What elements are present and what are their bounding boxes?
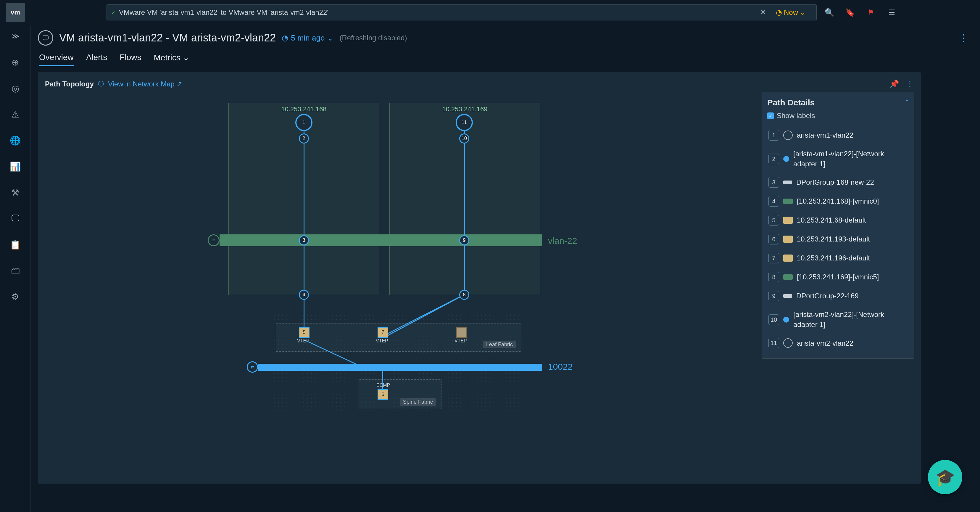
topo-node-3[interactable]: 3 [299,235,309,245]
view-link-label: View in Network Map [108,80,175,88]
vtep-label: VTEP [455,338,467,343]
path-detail-row[interactable]: 11arista-vm2-vlan22 [767,334,909,353]
monitor-icon[interactable]: 🖵 [8,211,22,226]
vm-path-icon: 🖵 [38,30,53,46]
path-detail-row[interactable]: 2[arista-vm1-vlan22]-[Network adapter 1] [767,145,909,173]
show-labels-checkbox[interactable]: ✓ Show labels [767,111,909,120]
node-num: 11 [461,120,467,125]
topo-node-6[interactable]: 6 [377,389,388,400]
chevron-down-icon: ⌄ [327,33,334,43]
node-num: 1 [303,120,305,125]
sidebar: ≫ ⊕ ◎ ⚠ 🌐 📊 ⚒ 🖵 📋 🗃 ⚙ [0,25,31,512]
topo-node-8[interactable]: 8 [459,290,469,300]
help-fab[interactable]: 🎓 [928,460,962,494]
node-num: 6 [382,392,384,397]
page-title: VM arista-vm1-vlan22 - VM arista-vm2-vla… [59,32,276,44]
time-ago-button[interactable]: ◔ 5 min ago ⌄ [282,33,334,43]
ecmp-label: ECMP [376,383,390,388]
expand-sidebar-icon[interactable]: ≫ [8,29,22,43]
topo-node-1[interactable]: 1 [295,114,312,131]
search-icon[interactable]: 🔍 [821,5,837,21]
gear-icon[interactable]: ⚙ [8,289,22,304]
tab-alerts[interactable]: Alerts [86,50,107,66]
chart-search-icon[interactable]: 📊 [8,159,22,173]
clock-icon: ◔ [776,8,782,17]
view-in-network-map-link[interactable]: View in Network Map ↗ [108,80,182,88]
step-number: 6 [768,234,779,245]
pin-icon[interactable]: 📌 [889,80,899,89]
tab-overview[interactable]: Overview [39,50,74,66]
pin-list-icon[interactable]: 📋 [8,237,22,251]
step-number: 4 [768,196,779,207]
topo-node-11[interactable]: 11 [456,114,473,131]
path-detail-row[interactable]: 510.253.241.68-default [767,211,909,230]
net-icon [783,181,792,184]
warning-icon[interactable]: ⚠ [8,107,22,121]
topo-node-2[interactable]: 2 [299,134,309,143]
vtep-label: VTEP [376,338,388,343]
vlan-label: vlan-22 [548,236,577,246]
path-detail-row[interactable]: 1arista-vm1-vlan22 [767,126,909,145]
path-detail-row[interactable]: 10[arista-vm2-vlan22]-[Network adapter 1… [767,305,909,334]
step-label: [10.253.241.169]-[vmnic5] [797,272,907,282]
collapse-icon[interactable]: ˄ [905,99,909,107]
panel-menu-icon[interactable]: ⋮ [906,80,914,89]
step-label: 10.253.241.196-default [797,253,907,263]
tab-metrics[interactable]: Metrics ⌄ [154,50,189,66]
topo-node-10[interactable]: 10 [459,134,469,143]
more-actions-icon[interactable]: ⋮ [959,32,968,43]
dot-icon [783,316,789,323]
step-label: 10.253.241.68-default [797,215,907,225]
clock-icon: ◔ [282,33,288,43]
path-details-title: Path Details [767,98,815,107]
tab-flows[interactable]: Flows [119,50,141,66]
time-now-button[interactable]: ◔ Now ⌄ [769,5,812,20]
globe-icon[interactable]: 🌐 [8,133,22,147]
info-icon[interactable]: ⓘ [98,80,104,88]
path-detail-row[interactable]: 8[10.253.241.169]-[vmnic5] [767,267,909,286]
bookmark-icon[interactable]: 🔖 [842,5,858,21]
topo-node-5[interactable]: 5 [299,327,310,338]
vtep-label: VTEP [297,338,310,343]
checkbox-checked-icon: ✓ [767,113,774,119]
list-search-icon[interactable]: 🗃 [8,263,22,278]
step-label: [10.253.241.168]-[vmnic0] [797,196,907,206]
tab-metrics-label: Metrics [154,53,180,62]
vxlan-label: 10022 [548,362,573,372]
clear-search-icon[interactable]: ✕ [757,8,769,17]
flag-icon[interactable]: ⚑ [863,5,879,21]
vlan-icon: ≡ [208,234,220,246]
path-details-panel: Path Details ˄ ✓ Show labels 1arista-vm1… [762,92,914,359]
topo-node-vtep3[interactable] [456,327,467,338]
node-num: 10 [461,136,467,141]
external-link-icon: ↗ [177,80,182,88]
host-label-1: 10.253.241.168 [229,103,379,115]
path-detail-row[interactable]: 710.253.241.196-default [767,249,909,267]
vmware-logo[interactable]: vm [6,3,25,22]
path-detail-row[interactable]: 3DPortGroup-168-new-22 [767,173,909,192]
step-label: 10.253.241.193-default [797,234,907,244]
step-label: DPortGroup-168-new-22 [796,177,907,187]
step-label: [arista-vm1-vlan22]-[Network adapter 1] [793,149,907,169]
edge [464,123,465,295]
topo-node-7[interactable]: 7 [377,327,388,338]
globe-grid-icon[interactable]: ⊕ [8,55,22,69]
step-number: 10 [768,314,779,325]
step-number: 9 [768,291,779,301]
path-detail-row[interactable]: 4[10.253.241.168]-[vmnic0] [767,192,909,211]
dot-icon [783,156,789,162]
path-detail-row[interactable]: 9DPortGroup-22-169 [767,286,909,305]
network-icon[interactable]: ⚒ [8,185,22,199]
topo-node-9[interactable]: 9 [459,235,469,245]
hamburger-menu-icon[interactable]: ☰ [883,5,899,21]
search-bar[interactable]: ✓ VMware VM 'arista-vm1-vlan22' to VMwar… [107,5,817,21]
monitor-icon [783,338,793,348]
target-icon[interactable]: ◎ [8,81,22,95]
leaf-fabric-label: Leaf Fabric [483,341,516,348]
topo-node-4[interactable]: 4 [299,290,309,300]
step-number: 3 [768,177,779,188]
nic-icon [783,199,793,204]
step-label: DPortGroup-22-169 [796,291,907,301]
node-num: 4 [303,292,305,297]
path-detail-row[interactable]: 610.253.241.193-default [767,230,909,249]
